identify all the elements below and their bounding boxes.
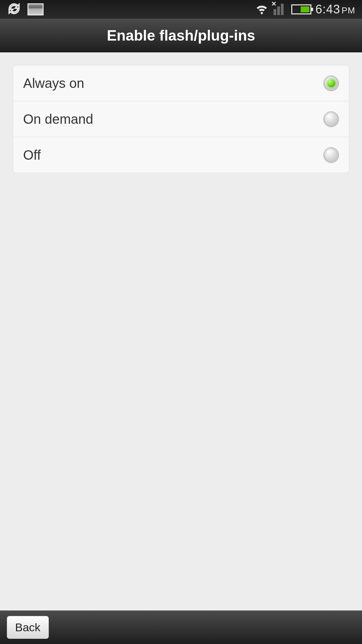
status-right-group: × 6:43PM xyxy=(254,1,355,18)
no-signal-icon: × xyxy=(272,0,276,8)
radio-icon[interactable] xyxy=(323,75,339,91)
option-list: Always on On demand Off xyxy=(13,65,349,173)
radio-icon[interactable] xyxy=(323,111,339,127)
back-button[interactable]: Back xyxy=(7,616,49,639)
status-left-group xyxy=(7,1,44,17)
status-bar: × 6:43PM xyxy=(0,0,362,19)
wifi-icon xyxy=(254,1,269,18)
page-title: Enable flash/plug-ins xyxy=(107,27,255,44)
battery-icon xyxy=(291,4,311,14)
title-bar: Enable flash/plug-ins xyxy=(0,19,362,52)
status-time: 6:43PM xyxy=(315,2,355,16)
bottom-bar: Back xyxy=(0,610,362,644)
clock-time: 6:43 xyxy=(315,2,340,16)
sync-icon xyxy=(7,1,21,17)
option-always-on[interactable]: Always on xyxy=(13,65,349,101)
radio-icon[interactable] xyxy=(323,147,339,163)
option-label: On demand xyxy=(23,112,93,127)
content-area: Always on On demand Off xyxy=(0,52,362,610)
picture-icon xyxy=(27,3,44,15)
option-label: Off xyxy=(23,148,41,163)
option-label: Always on xyxy=(23,76,84,91)
option-off[interactable]: Off xyxy=(13,137,349,173)
signal-icon: × xyxy=(274,4,287,15)
clock-ampm: PM xyxy=(342,5,355,15)
option-on-demand[interactable]: On demand xyxy=(13,101,349,137)
